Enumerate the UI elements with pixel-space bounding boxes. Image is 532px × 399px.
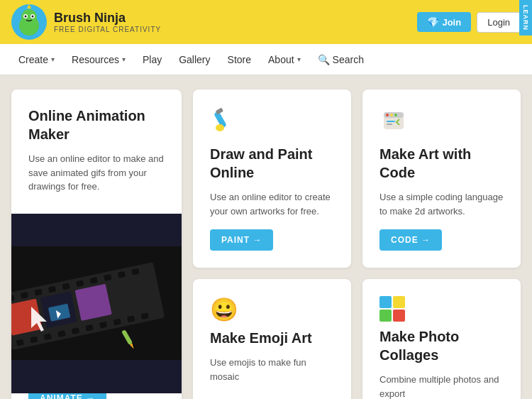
nav-play[interactable]: Play <box>135 45 169 74</box>
collage-icon <box>379 296 405 322</box>
svg-point-6 <box>32 16 34 18</box>
svg-rect-48 <box>387 121 395 122</box>
paint-button[interactable]: PAINT → <box>210 229 273 251</box>
card-code: Make Art with Code Use a simple coding l… <box>362 89 521 268</box>
nav-resources[interactable]: Resources ▾ <box>65 45 133 74</box>
card-paint-desc: Use an online editor to create your own … <box>210 190 334 218</box>
chevron-down-icon: ▾ <box>297 55 301 63</box>
main-content: Online Animation Maker Use an online edi… <box>0 75 532 399</box>
logo-area: Brush Ninja FREE DIGITAL CREATIVITY <box>11 4 161 40</box>
paint-icon <box>210 106 238 135</box>
header: Brush Ninja FREE DIGITAL CREATIVITY 💎 Jo… <box>0 0 532 44</box>
chevron-down-icon: ▾ <box>122 55 126 63</box>
card-animation-desc: Use an online editor to make and save an… <box>28 152 165 194</box>
logo-text: Brush Ninja FREE DIGITAL CREATIVITY <box>54 11 161 33</box>
svg-rect-33 <box>75 284 112 321</box>
nav-store[interactable]: Store <box>221 45 258 74</box>
card-collage-title: Make Photo Collages <box>379 327 504 364</box>
animation-illustration <box>11 214 182 394</box>
nav-gallery[interactable]: Gallery <box>172 45 217 74</box>
card-animation: Online Animation Maker Use an online edi… <box>11 89 182 399</box>
diamond-icon: 💎 <box>427 16 439 28</box>
svg-point-46 <box>390 114 393 116</box>
card-emoji: 😀 Make Emoji Art Use emojis to make fun … <box>193 279 351 399</box>
code-button[interactable]: CODE → <box>379 229 442 251</box>
card-code-desc: Use a simple coding language to make 2d … <box>379 190 504 218</box>
emoji-icon: 😀 <box>210 296 334 323</box>
svg-point-47 <box>394 114 397 116</box>
side-tab: LEARN <box>519 0 532 35</box>
card-code-title: Make Art with Code <box>379 145 504 182</box>
logo-icon <box>11 4 47 40</box>
nav-create[interactable]: Create ▾ <box>11 45 62 74</box>
card-emoji-desc: Use emojis to make fun mosaic <box>210 356 334 383</box>
card-collage: Make Photo Collages Combine multiple pho… <box>362 279 521 399</box>
card-animation-title: Online Animation Maker <box>28 106 165 143</box>
svg-rect-49 <box>387 124 392 125</box>
svg-point-41 <box>216 124 224 131</box>
main-nav: Create ▾ Resources ▾ Play Gallery Store … <box>0 44 532 75</box>
svg-point-45 <box>386 114 389 116</box>
card-emoji-title: Make Emoji Art <box>210 329 334 347</box>
nav-about[interactable]: About ▾ <box>261 45 308 74</box>
header-actions: 💎 Join Login <box>417 12 521 33</box>
logo-title: Brush Ninja <box>54 11 161 26</box>
login-button[interactable]: Login <box>477 12 521 33</box>
card-collage-desc: Combine multiple photos and export <box>379 373 504 399</box>
card-paint: Draw and Paint Online Use an online edit… <box>193 89 351 268</box>
film-strip-graphic <box>11 246 182 360</box>
card-paint-title: Draw and Paint Online <box>210 145 334 182</box>
cards-grid: Online Animation Maker Use an online edi… <box>11 89 521 399</box>
chevron-down-icon: ▾ <box>51 55 55 63</box>
logo-subtitle: FREE DIGITAL CREATIVITY <box>54 26 161 33</box>
search-icon: 🔍 <box>318 54 330 65</box>
nav-search[interactable]: 🔍 Search <box>311 45 371 74</box>
svg-point-5 <box>25 16 27 18</box>
code-icon <box>379 106 408 135</box>
join-button[interactable]: 💎 Join <box>417 12 471 32</box>
